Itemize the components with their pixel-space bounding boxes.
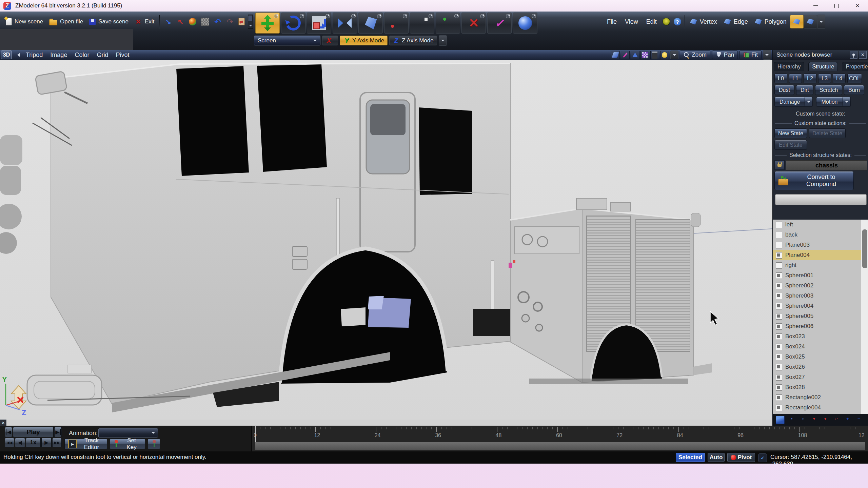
- scene-node-row[interactable]: Box027: [773, 372, 861, 382]
- node-list-tool-button[interactable]: [832, 416, 841, 424]
- transform-tool-button[interactable]: [281, 13, 305, 34]
- viewport-display-button[interactable]: [650, 51, 659, 59]
- scene-node-row[interactable]: right: [773, 260, 861, 270]
- minimize-button[interactable]: [805, 0, 826, 12]
- viewport-display-button[interactable]: [660, 51, 669, 59]
- viewport-menu-item[interactable]: Image: [47, 52, 70, 59]
- layer-state-button[interactable]: Dirt: [796, 85, 813, 95]
- edit-state-button[interactable]: Edit State: [774, 140, 807, 150]
- axis-mode-button[interactable]: [322, 36, 338, 45]
- scrollbar-thumb[interactable]: [862, 229, 867, 268]
- node-checkbox[interactable]: [776, 293, 782, 299]
- node-checkbox[interactable]: [776, 262, 782, 269]
- transform-tool-button[interactable]: [436, 13, 460, 34]
- selection-overflow-button[interactable]: [817, 15, 825, 29]
- scene-node-row[interactable]: Sphere001: [773, 270, 861, 281]
- lod-button[interactable]: COL: [847, 74, 862, 83]
- node-checkbox[interactable]: [776, 364, 782, 370]
- axis-mode-button[interactable]: Y Axis Mode: [340, 36, 388, 45]
- timeline-close-button[interactable]: [0, 420, 6, 426]
- display-overflow-button[interactable]: [670, 50, 678, 59]
- scene-node-row[interactable]: Plane003: [773, 240, 861, 250]
- node-list-scrollbar[interactable]: [861, 220, 868, 415]
- toolbar-quick-button[interactable]: [174, 14, 186, 29]
- play-button[interactable]: Play: [13, 427, 54, 437]
- node-checkbox[interactable]: [776, 283, 782, 289]
- lock-state-button[interactable]: [774, 160, 785, 170]
- scene-node-row[interactable]: Sphere006: [773, 321, 861, 331]
- transform-tool-button[interactable]: [513, 13, 537, 34]
- scene-node-row[interactable]: Sphere002: [773, 281, 861, 291]
- toolbar-quick-button[interactable]: [162, 14, 174, 29]
- bug-report-button[interactable]: [661, 14, 672, 29]
- viewport-menu-item[interactable]: Color: [72, 52, 92, 59]
- node-checkbox[interactable]: [776, 344, 782, 350]
- viewport-menu-item[interactable]: Pivot: [113, 52, 132, 59]
- step-forward-button[interactable]: ▶: [41, 438, 52, 447]
- toolbar-file-button[interactable]: Save scene: [86, 14, 132, 29]
- go-to-end-button[interactable]: ▶: [54, 427, 62, 437]
- scene-node-row[interactable]: Sphere005: [773, 311, 861, 321]
- viewport-display-button[interactable]: [640, 51, 649, 59]
- viewport-nav-button[interactable]: Fit: [739, 50, 762, 59]
- node-checkbox[interactable]: [776, 222, 782, 228]
- viewport-3d[interactable]: Y Z: [0, 60, 772, 420]
- viewport-menu-item[interactable]: Grid: [94, 52, 111, 59]
- transform-tool-button[interactable]: [461, 13, 486, 34]
- view-type-button[interactable]: 3D: [1, 50, 12, 59]
- node-checkbox[interactable]: [776, 252, 782, 259]
- menu-item[interactable]: File: [603, 18, 621, 25]
- node-list-tool-button[interactable]: [821, 416, 829, 424]
- speed-button[interactable]: 1x: [26, 438, 41, 447]
- scene-node-row[interactable]: Box028: [773, 382, 861, 392]
- viewport-hscrollbar[interactable]: [0, 420, 772, 426]
- node-list-tool-button[interactable]: [844, 416, 852, 424]
- viewport-nav-button[interactable]: Zoom: [680, 50, 710, 59]
- auto-mode-button[interactable]: Auto: [708, 453, 725, 462]
- viewport-menu-item[interactable]: Tripod: [23, 52, 46, 59]
- toolbar-quick-button[interactable]: [212, 14, 224, 29]
- toolbar-quick-button[interactable]: [186, 14, 199, 29]
- scene-node-row[interactable]: Rectangle002: [773, 392, 861, 403]
- scene-node-row[interactable]: Sphere004: [773, 301, 861, 311]
- snap-toggle-icon[interactable]: [758, 453, 767, 462]
- polygon-select-active-button[interactable]: [790, 15, 804, 28]
- timeline-track[interactable]: [255, 442, 865, 450]
- new-state-button[interactable]: New State: [774, 128, 807, 138]
- convert-to-compound-button[interactable]: Convert to Compound: [774, 171, 854, 190]
- pin-panel-button[interactable]: [850, 51, 857, 59]
- state-dropdown-button[interactable]: Motion: [816, 97, 843, 107]
- fast-forward-button[interactable]: ▶▶: [52, 438, 62, 447]
- delete-state-button[interactable]: Delete State: [809, 128, 846, 138]
- lod-button[interactable]: L3: [818, 74, 831, 83]
- timeline-ruler[interactable]: 0122436486072849610812: [251, 426, 868, 451]
- node-checkbox[interactable]: [776, 374, 782, 381]
- key-options-button[interactable]: [148, 439, 160, 449]
- scene-node-row[interactable]: Box025: [773, 352, 861, 362]
- node-list-tool-button[interactable]: [788, 416, 796, 424]
- menu-item[interactable]: Edit: [642, 18, 661, 25]
- toolbar-overflow-scroller[interactable]: [248, 15, 253, 29]
- panel-tab[interactable]: Structure: [808, 62, 838, 71]
- transform-tool-button[interactable]: [307, 13, 331, 34]
- pivot-mode-button[interactable]: Pivot: [727, 453, 755, 462]
- node-checkbox[interactable]: [776, 333, 782, 340]
- chevron-down-icon[interactable]: [805, 97, 813, 107]
- scene-node-row[interactable]: Box024: [773, 342, 861, 352]
- viewport-nav-button[interactable]: Pan: [712, 50, 738, 59]
- toolbar-quick-button[interactable]: [199, 14, 212, 29]
- node-checkbox[interactable]: [776, 272, 782, 279]
- chevron-left-icon[interactable]: [15, 53, 20, 57]
- viewport-display-button[interactable]: [611, 51, 620, 59]
- track-editor-button[interactable]: Track Editor: [64, 439, 107, 449]
- scene-node-row[interactable]: Plane004: [773, 250, 861, 260]
- toolbar-quick-button[interactable]: [224, 14, 236, 29]
- layer-state-button[interactable]: Scratch: [815, 85, 842, 95]
- go-to-start-button[interactable]: ◀: [5, 427, 12, 437]
- scene-node-row[interactable]: Rectangle004: [773, 403, 861, 413]
- toolbar-file-button[interactable]: Open file: [46, 14, 86, 29]
- selection-state-value[interactable]: chassis: [786, 160, 867, 170]
- close-panel-button[interactable]: ✕: [859, 51, 867, 59]
- state-dropdown-button[interactable]: Damage: [774, 97, 805, 107]
- scene-node-row[interactable]: left: [773, 220, 861, 230]
